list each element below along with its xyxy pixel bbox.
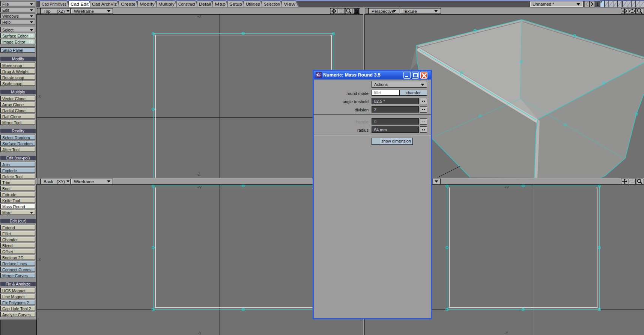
svg-text:Multiply: Multiply (158, 2, 175, 6)
svg-text:Create: Create (121, 2, 135, 6)
svg-text:Wireframe: Wireframe (74, 179, 94, 184)
svg-text:Selection: Selection (264, 2, 280, 6)
svg-text:Modify: Modify (140, 2, 155, 6)
svg-text:-Y: -Y (504, 331, 508, 335)
svg-text:-X: -X (37, 95, 41, 99)
svg-text:1: 1 (596, 2, 599, 7)
svg-text:Wireframe: Wireframe (74, 9, 94, 14)
svg-text:Detail: Detail (199, 2, 211, 6)
svg-text:Setup: Setup (229, 2, 242, 6)
svg-text:Utilities: Utilities (246, 2, 260, 6)
svg-text:-Y: -Y (198, 331, 202, 335)
svg-text:View: View (284, 2, 296, 6)
svg-text:+Y: +Y (197, 186, 202, 190)
svg-text:(XY): (XY) (57, 179, 65, 184)
svg-text:Cad Edit: Cad Edit (71, 2, 89, 6)
svg-text:Perspective: Perspective (372, 9, 394, 14)
svg-text:Cad ArchViz: Cad ArchViz (92, 2, 117, 6)
svg-text:(XZ): (XZ) (57, 9, 65, 14)
svg-text:-X: -X (37, 258, 41, 262)
svg-text:Back: Back (44, 179, 53, 184)
svg-text:Top: Top (44, 9, 51, 14)
svg-text:-Z: -Z (197, 172, 200, 176)
svg-text:Unnamed *: Unnamed * (533, 2, 554, 6)
svg-text:Construct: Construct (178, 2, 196, 6)
svg-text:Cad Primitives: Cad Primitives (42, 2, 66, 6)
svg-text:Texture: Texture (403, 9, 417, 14)
svg-text:Map: Map (215, 2, 226, 6)
svg-text:+Z: +Z (197, 15, 202, 19)
svg-text:+Y: +Y (504, 186, 509, 190)
